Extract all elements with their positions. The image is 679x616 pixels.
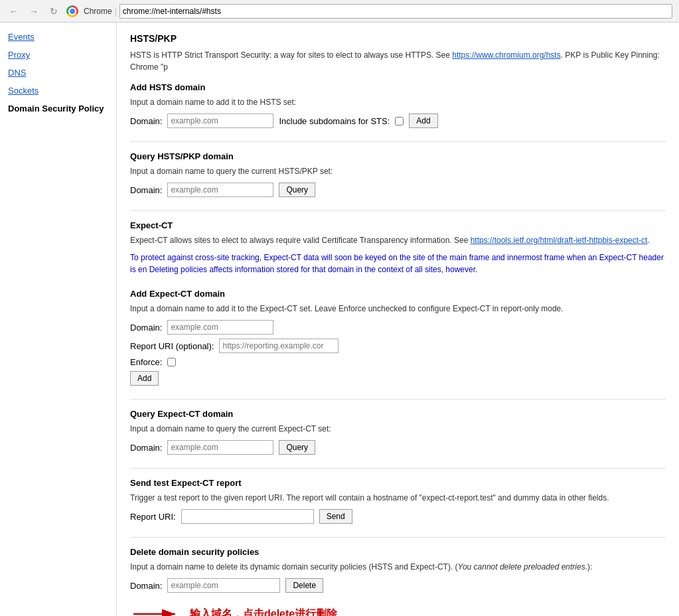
query-hsts-button[interactable]: Query	[279, 183, 315, 197]
delete-section: Delete domain security policies Input a …	[130, 547, 666, 616]
sidebar: Events Proxy DNS Sockets Domain Security…	[0, 23, 117, 616]
query-expect-ct-button[interactable]: Query	[279, 440, 315, 455]
query-expect-ct-title: Query Expect-CT domain	[130, 409, 666, 419]
add-expect-ct-domain-row: Domain:	[130, 320, 666, 335]
back-button[interactable]: ←	[7, 4, 21, 19]
send-test-report-uri-input[interactable]	[181, 509, 314, 524]
expect-ct-desc1: Expect-CT allows sites to elect to alway…	[130, 234, 666, 246]
add-hsts-title: Add HSTS domain	[130, 82, 666, 92]
query-hsts-domain-input[interactable]	[167, 183, 273, 197]
annotation-arrow	[130, 601, 183, 616]
query-hsts-form-row: Domain: Query	[130, 183, 666, 197]
add-expect-ct-report-label: Report URI (optional):	[130, 341, 214, 351]
annotation-text: 输入域名，点击delete进行删除	[190, 607, 337, 617]
add-expect-ct-button[interactable]: Add	[130, 371, 159, 386]
delete-domain-input[interactable]	[167, 578, 280, 593]
intro-text: HSTS is HTTP Strict Transport Security: …	[130, 49, 666, 73]
enforce-checkbox[interactable]	[167, 358, 176, 366]
browser-chrome: ← → ↻ Chrome |	[0, 0, 679, 23]
add-expect-ct-report-input[interactable]	[219, 339, 339, 353]
send-test-form-row: Report URI: Send	[130, 509, 666, 524]
query-expect-ct-domain-label: Domain:	[130, 443, 162, 453]
query-expect-ct-domain-input[interactable]	[167, 440, 273, 455]
expect-ct-title: Expect-CT	[130, 220, 666, 230]
include-subdomains-checkbox[interactable]	[395, 117, 404, 125]
sidebar-item-domain-security[interactable]: Domain Security Policy	[0, 100, 116, 117]
delete-button[interactable]: Delete	[285, 578, 323, 593]
add-expect-ct-title: Add Expect-CT domain	[130, 289, 666, 299]
tab-separator: |	[115, 7, 117, 16]
send-test-desc: Trigger a test report to the given repor…	[130, 492, 666, 504]
annotation-area: 输入域名，点击delete进行删除 @51CTO博客	[130, 601, 666, 616]
query-expect-ct-form-row: Domain: Query	[130, 440, 666, 455]
reload-button[interactable]: ↻	[46, 4, 61, 19]
main-content: HSTS/PKP HSTS is HTTP Strict Transport S…	[117, 23, 679, 616]
tab-label: Chrome	[84, 7, 112, 16]
add-expect-ct-enforce-label: Enforce:	[130, 357, 162, 367]
query-hsts-desc: Input a domain name to query the current…	[130, 165, 666, 177]
forward-button[interactable]: →	[27, 4, 41, 19]
delete-domain-label: Domain:	[130, 581, 162, 591]
app-layout: Events Proxy DNS Sockets Domain Security…	[0, 23, 679, 616]
add-expect-ct-enforce-row: Enforce:	[130, 357, 666, 367]
query-hsts-section: Query HSTS/PKP domain Input a domain nam…	[130, 151, 666, 197]
sidebar-item-sockets[interactable]: Sockets	[0, 82, 116, 100]
send-test-report-uri-label: Report URI:	[130, 512, 176, 522]
sidebar-item-proxy[interactable]: Proxy	[0, 46, 116, 64]
add-expect-ct-section: Add Expect-CT domain Input a domain name…	[130, 289, 666, 386]
add-hsts-domain-input[interactable]	[167, 114, 273, 128]
expect-ct-section: Expect-CT Expect-CT allows sites to elec…	[130, 220, 666, 275]
add-hsts-domain-label: Domain:	[130, 116, 162, 126]
add-hsts-section: Add HSTS domain Input a domain name to a…	[130, 82, 666, 128]
add-expect-ct-report-row: Report URI (optional):	[130, 339, 666, 353]
add-expect-ct-domain-input[interactable]	[167, 320, 273, 335]
add-expect-ct-btn-row: Add	[130, 371, 666, 386]
expect-ct-link[interactable]: https://tools.ietf.org/html/draft-ietf-h…	[471, 236, 648, 245]
query-hsts-title: Query HSTS/PKP domain	[130, 151, 666, 161]
add-expect-ct-domain-label: Domain:	[130, 323, 162, 333]
include-subdomains-label: Include subdomains for STS:	[279, 116, 390, 126]
add-hsts-form-row: Domain: Include subdomains for STS: Add	[130, 114, 666, 128]
send-test-section: Send test Expect-CT report Trigger a tes…	[130, 478, 666, 524]
delete-desc: Input a domain name to delete its dynami…	[130, 561, 666, 573]
query-expect-ct-desc: Input a domain name to query the current…	[130, 423, 666, 435]
address-bar[interactable]	[119, 4, 672, 19]
delete-form-row: Domain: Delete	[130, 578, 666, 593]
hsts-link[interactable]: https://www.chromium.org/hsts	[452, 50, 560, 60]
query-expect-ct-section: Query Expect-CT domain Input a domain na…	[130, 409, 666, 455]
chrome-logo	[66, 5, 78, 17]
ct-warning: To protect against cross-site tracking, …	[130, 252, 666, 275]
send-test-title: Send test Expect-CT report	[130, 478, 666, 488]
add-hsts-button[interactable]: Add	[409, 114, 437, 128]
tab-bar: Chrome |	[84, 4, 672, 19]
delete-title: Delete domain security policies	[130, 547, 666, 557]
add-expect-ct-desc: Input a domain name to add it to the Exp…	[130, 303, 666, 315]
query-hsts-domain-label: Domain:	[130, 185, 162, 195]
sidebar-item-events[interactable]: Events	[0, 28, 116, 46]
add-hsts-desc: Input a domain name to add it to the HST…	[130, 96, 666, 108]
send-test-button[interactable]: Send	[319, 509, 352, 524]
sidebar-item-dns[interactable]: DNS	[0, 64, 116, 82]
page-title: HSTS/PKP	[130, 33, 666, 44]
